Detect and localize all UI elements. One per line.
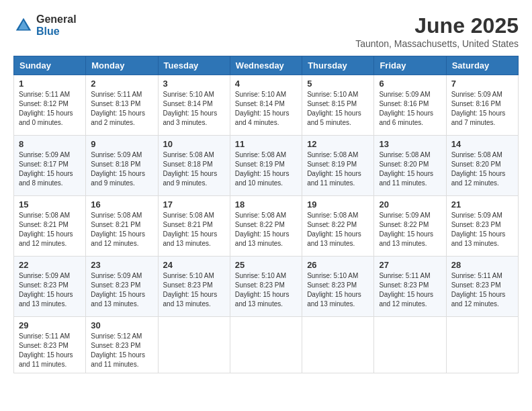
day-info: Sunrise: 5:09 AM Sunset: 8:16 PM Dayligh… [451,90,513,128]
calendar-cell: 10 Sunrise: 5:08 AM Sunset: 8:18 PM Dayl… [158,136,230,196]
day-info: Sunrise: 5:08 AM Sunset: 8:20 PM Dayligh… [451,150,513,188]
calendar-cell: 21 Sunrise: 5:09 AM Sunset: 8:23 PM Dayl… [446,196,518,257]
calendar-header-row: SundayMondayTuesdayWednesdayThursdayFrid… [14,56,519,75]
calendar-cell: 20 Sunrise: 5:09 AM Sunset: 8:22 PM Dayl… [374,196,446,257]
day-info: Sunrise: 5:09 AM Sunset: 8:18 PM Dayligh… [91,150,152,188]
day-number: 13 [379,139,441,149]
title-area: June 2025 Taunton, Massachusetts, United… [355,13,519,49]
calendar-cell: 19 Sunrise: 5:08 AM Sunset: 8:22 PM Dayl… [302,196,374,257]
calendar-week-row: 22 Sunrise: 5:09 AM Sunset: 8:23 PM Dayl… [14,257,519,317]
calendar-table: SundayMondayTuesdayWednesdayThursdayFrid… [13,56,519,373]
logo-icon [13,15,34,36]
day-info: Sunrise: 5:10 AM Sunset: 8:23 PM Dayligh… [235,271,297,309]
calendar-cell: 12 Sunrise: 5:08 AM Sunset: 8:19 PM Dayl… [302,136,374,196]
calendar-cell: 18 Sunrise: 5:08 AM Sunset: 8:22 PM Dayl… [230,196,302,257]
calendar-cell [158,317,230,373]
day-number: 15 [19,199,81,210]
calendar-cell: 17 Sunrise: 5:08 AM Sunset: 8:21 PM Dayl… [158,196,230,257]
calendar-cell: 15 Sunrise: 5:08 AM Sunset: 8:21 PM Dayl… [14,196,86,257]
day-info: Sunrise: 5:09 AM Sunset: 8:23 PM Dayligh… [19,271,81,309]
day-number: 23 [91,260,152,270]
day-info: Sunrise: 5:08 AM Sunset: 8:19 PM Dayligh… [307,150,369,188]
day-number: 4 [235,79,297,89]
day-number: 16 [91,199,152,210]
calendar-cell: 4 Sunrise: 5:10 AM Sunset: 8:14 PM Dayli… [230,75,302,136]
day-number: 5 [307,79,369,89]
calendar-cell: 28 Sunrise: 5:11 AM Sunset: 8:23 PM Dayl… [446,257,518,317]
weekday-header-thursday: Thursday [302,56,374,75]
day-number: 7 [451,79,513,89]
day-number: 25 [235,260,297,270]
logo: General Blue [13,13,77,37]
day-number: 22 [19,260,81,270]
calendar-cell [230,317,302,373]
calendar-cell: 29 Sunrise: 5:11 AM Sunset: 8:23 PM Dayl… [14,317,86,373]
day-number: 12 [307,139,369,149]
day-number: 10 [163,139,225,149]
calendar-week-row: 15 Sunrise: 5:08 AM Sunset: 8:21 PM Dayl… [14,196,519,257]
day-number: 24 [163,260,225,270]
day-number: 30 [91,320,152,330]
day-info: Sunrise: 5:11 AM Sunset: 8:23 PM Dayligh… [451,271,513,309]
day-info: Sunrise: 5:08 AM Sunset: 8:19 PM Dayligh… [235,150,297,188]
calendar-cell: 30 Sunrise: 5:12 AM Sunset: 8:23 PM Dayl… [86,317,158,373]
day-number: 28 [451,260,513,270]
calendar-cell: 24 Sunrise: 5:10 AM Sunset: 8:23 PM Dayl… [158,257,230,317]
day-info: Sunrise: 5:09 AM Sunset: 8:23 PM Dayligh… [451,211,513,248]
logo-general-text: General [36,13,77,26]
day-number: 21 [451,199,513,210]
weekday-header-sunday: Sunday [14,56,86,75]
day-number: 14 [451,139,513,149]
calendar-cell: 27 Sunrise: 5:11 AM Sunset: 8:23 PM Dayl… [374,257,446,317]
calendar-cell: 11 Sunrise: 5:08 AM Sunset: 8:19 PM Dayl… [230,136,302,196]
day-info: Sunrise: 5:10 AM Sunset: 8:14 PM Dayligh… [235,90,297,128]
calendar-week-row: 1 Sunrise: 5:11 AM Sunset: 8:12 PM Dayli… [14,75,519,136]
day-info: Sunrise: 5:08 AM Sunset: 8:21 PM Dayligh… [19,211,81,248]
calendar-cell: 23 Sunrise: 5:09 AM Sunset: 8:23 PM Dayl… [86,257,158,317]
day-number: 26 [307,260,369,270]
calendar-cell: 22 Sunrise: 5:09 AM Sunset: 8:23 PM Dayl… [14,257,86,317]
calendar-cell: 6 Sunrise: 5:09 AM Sunset: 8:16 PM Dayli… [374,75,446,136]
day-number: 8 [19,139,81,149]
day-info: Sunrise: 5:11 AM Sunset: 8:23 PM Dayligh… [379,271,441,309]
day-number: 19 [307,199,369,210]
calendar-cell: 5 Sunrise: 5:10 AM Sunset: 8:15 PM Dayli… [302,75,374,136]
day-number: 2 [91,79,152,89]
day-info: Sunrise: 5:08 AM Sunset: 8:22 PM Dayligh… [307,211,369,248]
calendar-cell: 13 Sunrise: 5:08 AM Sunset: 8:20 PM Dayl… [374,136,446,196]
logo-blue-text: Blue [36,26,77,38]
weekday-header-friday: Friday [374,56,446,75]
calendar-cell: 3 Sunrise: 5:10 AM Sunset: 8:14 PM Dayli… [158,75,230,136]
weekday-header-tuesday: Tuesday [158,56,230,75]
day-info: Sunrise: 5:11 AM Sunset: 8:23 PM Dayligh… [19,332,81,369]
day-info: Sunrise: 5:11 AM Sunset: 8:12 PM Dayligh… [19,90,81,128]
day-number: 29 [19,320,81,330]
day-info: Sunrise: 5:09 AM Sunset: 8:17 PM Dayligh… [19,150,81,188]
page-container: General Blue June 2025 Taunton, Massachu… [13,13,519,373]
calendar-cell: 14 Sunrise: 5:08 AM Sunset: 8:20 PM Dayl… [446,136,518,196]
calendar-cell [374,317,446,373]
day-number: 6 [379,79,441,89]
day-info: Sunrise: 5:08 AM Sunset: 8:18 PM Dayligh… [163,150,225,188]
day-info: Sunrise: 5:12 AM Sunset: 8:23 PM Dayligh… [91,332,152,369]
calendar-cell: 7 Sunrise: 5:09 AM Sunset: 8:16 PM Dayli… [446,75,518,136]
calendar-cell: 9 Sunrise: 5:09 AM Sunset: 8:18 PM Dayli… [86,136,158,196]
day-info: Sunrise: 5:10 AM Sunset: 8:23 PM Dayligh… [163,271,225,309]
day-info: Sunrise: 5:10 AM Sunset: 8:14 PM Dayligh… [163,90,225,128]
day-info: Sunrise: 5:08 AM Sunset: 8:22 PM Dayligh… [235,211,297,248]
day-number: 20 [379,199,441,210]
header: General Blue June 2025 Taunton, Massachu… [13,13,519,49]
month-title: June 2025 [355,13,519,38]
calendar-cell: 2 Sunrise: 5:11 AM Sunset: 8:13 PM Dayli… [86,75,158,136]
weekday-header-saturday: Saturday [446,56,518,75]
day-number: 3 [163,79,225,89]
day-info: Sunrise: 5:09 AM Sunset: 8:16 PM Dayligh… [379,90,441,128]
day-number: 18 [235,199,297,210]
calendar-cell: 26 Sunrise: 5:10 AM Sunset: 8:23 PM Dayl… [302,257,374,317]
location-title: Taunton, Massachusetts, United States [355,38,519,49]
day-number: 27 [379,260,441,270]
calendar-cell: 1 Sunrise: 5:11 AM Sunset: 8:12 PM Dayli… [14,75,86,136]
calendar-week-row: 8 Sunrise: 5:09 AM Sunset: 8:17 PM Dayli… [14,136,519,196]
calendar-week-row: 29 Sunrise: 5:11 AM Sunset: 8:23 PM Dayl… [14,317,519,373]
weekday-header-wednesday: Wednesday [230,56,302,75]
